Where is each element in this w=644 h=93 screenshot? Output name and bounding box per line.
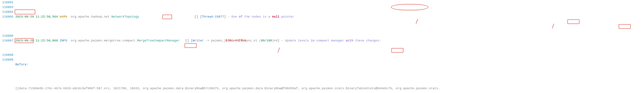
log-line-warn: 2023-08-29 11:22:56,564 WARN org.apache.… [16, 14, 644, 19]
thread-name: Thread-15877 [202, 15, 224, 18]
thread-detail: -> paimon_join_v0828_sync_v1 ( [204, 39, 261, 42]
task-fraction: 89/100 [261, 39, 272, 42]
before-entry-line: [{data-7138de0b-176c-4b7e-b92d-a8cbc3af9… [16, 86, 644, 91]
log-content[interactable]: 2023-08-29 11:22:56,564 WARN org.apache.… [16, 0, 644, 93]
bracket: [] [ [194, 15, 202, 18]
bracket: [] [ [185, 39, 192, 42]
line-number: 116809 [0, 57, 13, 62]
before-label: Before: [16, 62, 644, 67]
log-view: 116802 116803 116804 116805 116806 11680… [0, 0, 644, 93]
logger-prefix: org.apache.paimon.mergetree.compact. [71, 39, 137, 42]
message: compact manager [314, 39, 346, 42]
logger-class: MergeTreeCompactManager [137, 39, 180, 42]
annotation-box-before [15, 9, 35, 14]
keyword-null: null [272, 15, 280, 18]
annotation-slash [416, 19, 418, 24]
message: Update levels [285, 39, 311, 42]
annotation-box-1346 [392, 48, 403, 53]
line-number [0, 29, 13, 33]
log-line-info: 2023-08-29 11:22:56,868 INFO org.apache.… [16, 38, 644, 43]
log-level: WARN [60, 15, 67, 18]
annotation-box-1344 [184, 43, 196, 48]
line-number: 116802 [0, 0, 13, 5]
message: these changes: [353, 39, 381, 42]
line-number [0, 24, 13, 29]
annotation-slash [552, 24, 554, 29]
message: the nodes is a [242, 15, 272, 18]
annotation-box-1343 [619, 24, 631, 29]
log-level: INFO [60, 39, 67, 42]
line-number: 116804 [0, 9, 13, 14]
line-number [0, 19, 13, 24]
keyword-in: in [311, 39, 314, 42]
line-number: 116803 [0, 5, 13, 9]
line-number: 116807 [0, 38, 13, 43]
annotation-circle-task-id [391, 4, 428, 10]
annotation-box-1341 [568, 19, 580, 24]
before-text: Before: [16, 63, 28, 66]
thread-detail: )#4 [272, 39, 278, 42]
line-number: 116806 [0, 33, 13, 38]
timestamp: 2023-08-29 11:22:56,868 [16, 39, 58, 42]
message: One [232, 15, 239, 18]
thread-name: Writer [192, 39, 204, 42]
logger-prefix: org.apache.hadoop.net. [71, 15, 112, 18]
line-number: 116805 [0, 14, 13, 19]
timestamp: 2023-08-29 11:22:56,564 [16, 15, 58, 18]
line-number [0, 43, 13, 48]
line-number [0, 48, 13, 53]
keyword-of: of [239, 15, 242, 18]
logger-class: NetworkTopology [112, 15, 139, 18]
line-number: 116808 [0, 53, 13, 57]
message: pointer [280, 15, 294, 18]
bracket: ] - [278, 39, 285, 42]
keyword-with: with [346, 39, 353, 42]
annotation-slash [278, 48, 280, 53]
line-number-gutter: 116802 116803 116804 116805 116806 11680… [0, 0, 16, 93]
bracket: ] - [224, 15, 232, 18]
